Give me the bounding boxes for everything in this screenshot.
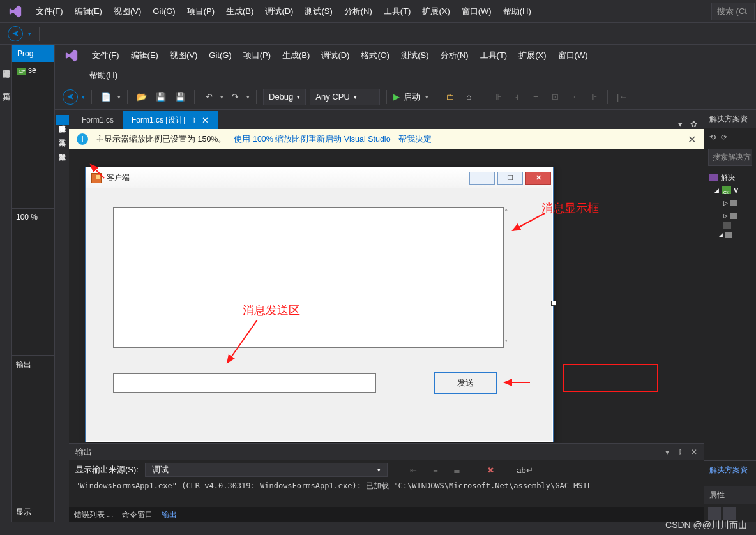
menu-生成(B)[interactable]: 生成(B) bbox=[221, 3, 260, 20]
gear-icon[interactable]: ✿ bbox=[690, 119, 697, 129]
menu-扩展(X)[interactable]: 扩展(X) bbox=[417, 3, 456, 20]
toolbox-tab-outer[interactable]: 工具箱 bbox=[0, 82, 13, 92]
home-icon[interactable]: ⌂ bbox=[461, 89, 476, 105]
help-decide-link[interactable]: 帮我决定 bbox=[398, 134, 432, 145]
nav-back-inner-icon[interactable]: ⮜ bbox=[63, 89, 78, 105]
output-close-icon[interactable]: ✕ bbox=[691, 448, 697, 456]
search-box-outer[interactable]: 搜索 (Ct bbox=[711, 3, 755, 20]
prop-categorize-icon[interactable] bbox=[708, 507, 721, 520]
menu-编辑(E)[interactable]: 编辑(E) bbox=[70, 3, 109, 20]
new-item-icon[interactable]: 📄 bbox=[98, 89, 114, 105]
minimize-icon[interactable]: — bbox=[469, 172, 495, 185]
menu-inner-调试(D)[interactable]: 调试(D) bbox=[316, 47, 356, 64]
out-tb-icon-3[interactable]: ≣ bbox=[450, 462, 465, 478]
outer-display-tab[interactable]: 显示 bbox=[12, 503, 54, 522]
doc-tab-design[interactable]: Form1.cs [设计] ⥏ ✕ bbox=[123, 111, 218, 129]
solution-search-input[interactable]: 搜索解决方 bbox=[708, 149, 752, 166]
tree-item[interactable]: ◢ bbox=[707, 229, 753, 241]
menu-inner-文件(F)[interactable]: 文件(F) bbox=[87, 47, 126, 64]
close-tab-icon[interactable]: ✕ bbox=[202, 116, 209, 125]
message-input-textbox[interactable] bbox=[113, 373, 376, 393]
server-explorer-tab-outer[interactable]: 服务器资源管理器 bbox=[0, 59, 13, 69]
menu-inner-窗口(W)[interactable]: 窗口(W) bbox=[553, 47, 594, 64]
menu-测试(S)[interactable]: 测试(S) bbox=[299, 3, 338, 20]
menu-inner-格式(O)[interactable]: 格式(O) bbox=[356, 47, 396, 64]
menu-inner-Git(G)[interactable]: Git(G) bbox=[204, 47, 238, 64]
pin-icon[interactable]: ⥏ bbox=[192, 117, 197, 124]
toolbox-tab[interactable]: 工具箱 bbox=[56, 129, 69, 139]
scroll-up-icon[interactable]: ˄ bbox=[504, 208, 515, 216]
menu-分析(N)[interactable]: 分析(N) bbox=[339, 3, 379, 20]
align-icon-1[interactable]: ⊪ bbox=[490, 89, 505, 105]
menu-工具(T)[interactable]: 工具(T) bbox=[379, 3, 418, 20]
menu-help-inner[interactable]: 帮助(H) bbox=[84, 66, 124, 85]
menu-文件(F)[interactable]: 文件(F) bbox=[31, 3, 70, 20]
menu-inner-生成(B)[interactable]: 生成(B) bbox=[277, 47, 316, 64]
bottom-tab-output[interactable]: 输出 bbox=[162, 509, 177, 520]
tree-item[interactable]: ▷ bbox=[707, 197, 753, 209]
restart-100-link[interactable]: 使用 100% 缩放比例重新启动 Visual Studio bbox=[234, 134, 390, 145]
bottom-tab-errors[interactable]: 错误列表 ... bbox=[74, 509, 113, 520]
align-icon-7[interactable]: |← bbox=[614, 89, 630, 105]
outer-output-tab[interactable]: 输出 bbox=[12, 355, 54, 374]
out-tb-icon-2[interactable]: ≡ bbox=[428, 462, 443, 478]
zoom-level[interactable]: 100 % bbox=[12, 208, 54, 225]
folder-icon[interactable]: 🗀 bbox=[442, 89, 457, 105]
resize-handle[interactable] bbox=[551, 301, 556, 306]
outer-doc-tab-2[interactable]: C#se bbox=[12, 62, 54, 79]
info-close-icon[interactable]: ✕ bbox=[688, 133, 696, 146]
out-tb-icon-1[interactable]: ⇤ bbox=[406, 462, 421, 478]
menu-inner-分析(N)[interactable]: 分析(N) bbox=[435, 47, 475, 64]
menu-inner-视图(V)[interactable]: 视图(V) bbox=[165, 47, 204, 64]
solution-node[interactable]: 解决 bbox=[707, 171, 753, 184]
save-all-icon[interactable]: 💾 bbox=[172, 89, 188, 105]
menu-帮助(H)[interactable]: 帮助(H) bbox=[498, 3, 538, 20]
designer-surface[interactable]: 客户端 — ☐ ✕ ˄˅ 发送 bbox=[69, 149, 704, 443]
align-icon-5[interactable]: ⫠ bbox=[566, 89, 582, 105]
tree-item[interactable] bbox=[707, 222, 753, 229]
datasources-tab[interactable]: 数据源 bbox=[56, 143, 69, 153]
menu-inner-测试(S)[interactable]: 测试(S) bbox=[396, 47, 435, 64]
winform-window[interactable]: 客户端 — ☐ ✕ ˄˅ 发送 bbox=[86, 167, 553, 442]
tree-item[interactable]: ▷ bbox=[707, 209, 753, 222]
prop-alpha-icon[interactable] bbox=[723, 507, 736, 520]
menu-inner-编辑(E)[interactable]: 编辑(E) bbox=[126, 47, 165, 64]
menu-视图(V)[interactable]: 视图(V) bbox=[109, 3, 147, 20]
save-icon[interactable]: 💾 bbox=[153, 89, 169, 105]
doc-tab-code[interactable]: Form1.cs bbox=[73, 111, 123, 129]
menu-inner-工具(T)[interactable]: 工具(T) bbox=[475, 47, 514, 64]
menu-Git(G)[interactable]: Git(G) bbox=[147, 3, 181, 20]
play-icon[interactable]: ▶ bbox=[393, 92, 400, 102]
sln-nav-back-icon[interactable]: ⟲ bbox=[709, 133, 716, 142]
out-wrap-icon[interactable]: ab↵ bbox=[517, 462, 533, 478]
menu-inner-扩展(X)[interactable]: 扩展(X) bbox=[513, 47, 552, 64]
nav-back-icon[interactable]: ⮜ bbox=[8, 26, 23, 41]
menu-窗口(W)[interactable]: 窗口(W) bbox=[457, 3, 498, 20]
message-display-textbox[interactable]: ˄˅ bbox=[113, 207, 504, 348]
menu-调试(D)[interactable]: 调试(D) bbox=[260, 3, 299, 20]
align-icon-6[interactable]: ⊪ bbox=[586, 89, 601, 105]
bottom-tab-cmd[interactable]: 命令窗口 bbox=[122, 509, 153, 520]
project-node[interactable]: ◢C#V bbox=[707, 184, 753, 197]
platform-dropdown[interactable]: Any CPU▾ bbox=[310, 89, 380, 105]
output-source-dropdown[interactable]: 调试▾ bbox=[145, 463, 388, 477]
solution-explorer-tab[interactable]: 解决方案资 bbox=[704, 460, 756, 479]
output-pin-icon[interactable]: ⥏ bbox=[677, 448, 683, 456]
align-icon-4[interactable]: ⊡ bbox=[547, 89, 563, 105]
redo-icon[interactable]: ↷ bbox=[227, 89, 243, 105]
start-button[interactable]: 启动 bbox=[404, 91, 420, 103]
out-clear-icon[interactable]: ✖ bbox=[483, 462, 499, 478]
server-explorer-tab[interactable]: 服务器资源管理器 bbox=[56, 115, 69, 125]
scroll-down-icon[interactable]: ˅ bbox=[504, 339, 515, 347]
maximize-icon[interactable]: ☐ bbox=[497, 172, 523, 185]
sln-nav-fwd-icon[interactable]: ⟳ bbox=[721, 133, 727, 142]
menu-inner-项目(P)[interactable]: 项目(P) bbox=[238, 47, 277, 64]
align-icon-2[interactable]: ⫞ bbox=[509, 89, 524, 105]
tab-overflow-icon[interactable]: ▾ bbox=[678, 119, 683, 129]
close-icon[interactable]: ✕ bbox=[525, 172, 551, 185]
menu-项目(P)[interactable]: 项目(P) bbox=[182, 3, 221, 20]
outer-doc-tab[interactable]: Prog bbox=[12, 45, 54, 62]
open-icon[interactable]: 📂 bbox=[134, 89, 149, 105]
output-dropdown-icon[interactable]: ▾ bbox=[665, 448, 669, 456]
undo-icon[interactable]: ↶ bbox=[201, 89, 216, 105]
